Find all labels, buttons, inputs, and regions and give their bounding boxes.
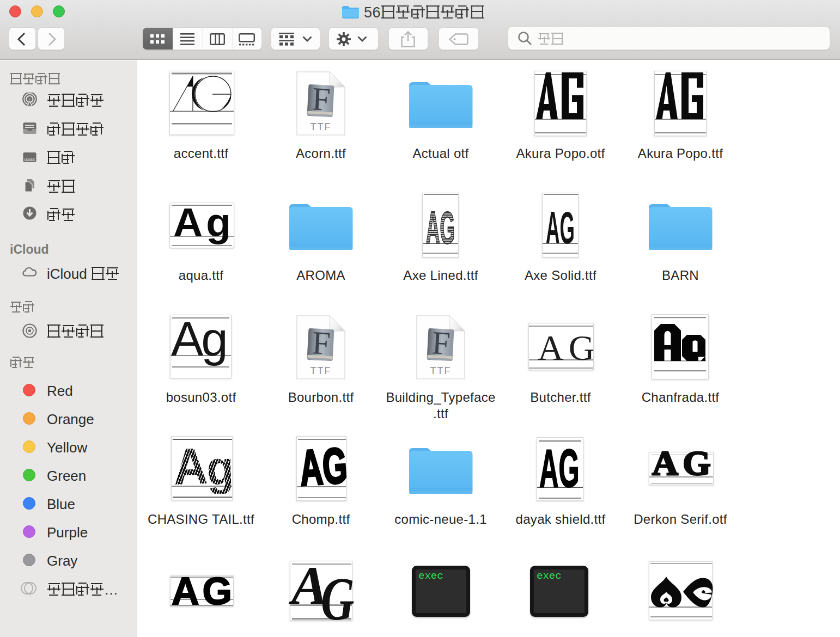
- svg-text:F: F: [311, 81, 331, 118]
- svg-text:TTF: TTF: [311, 121, 332, 132]
- svg-text:F: F: [431, 324, 451, 362]
- svg-text:TTF: TTF: [430, 365, 452, 376]
- svg-text:F: F: [311, 324, 331, 362]
- svg-text:TTF: TTF: [311, 365, 332, 376]
